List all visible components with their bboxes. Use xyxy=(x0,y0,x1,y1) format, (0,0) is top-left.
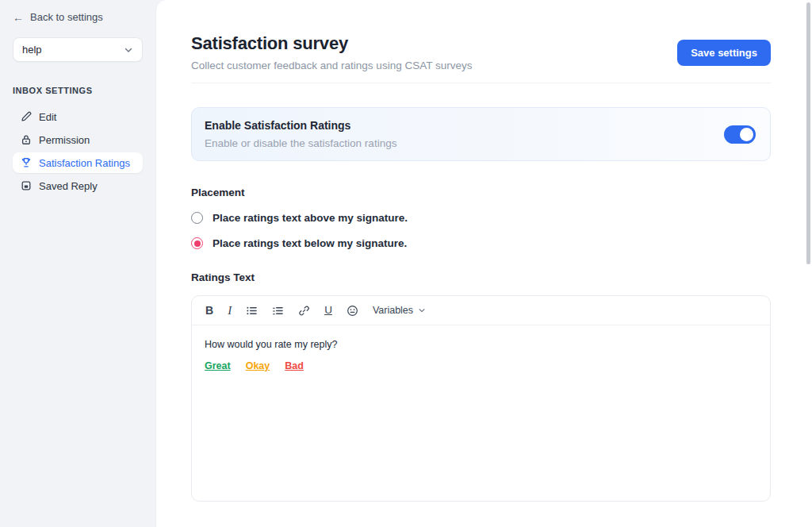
enable-card-title: Enable Satisfaction Ratings xyxy=(205,119,396,132)
vertical-scrollbar[interactable] xyxy=(806,2,810,264)
numbered-list-button[interactable] xyxy=(272,305,284,317)
trophy-icon xyxy=(21,157,32,168)
placement-option-above[interactable]: Place ratings text above my signature. xyxy=(191,212,771,224)
ratings-text-editor: B I U xyxy=(191,295,771,502)
sidebar-item-saved-reply[interactable]: Saved Reply xyxy=(13,175,143,196)
smiley-icon xyxy=(347,305,358,317)
chevron-down-icon xyxy=(124,45,133,55)
sidebar-item-label: Satisfaction Ratings xyxy=(39,157,130,169)
back-arrow-icon: ← xyxy=(13,12,24,23)
radio-unselected-icon[interactable] xyxy=(191,212,203,224)
link-button[interactable] xyxy=(298,305,310,317)
emoji-button[interactable] xyxy=(347,305,358,317)
numbered-list-icon xyxy=(272,305,284,317)
satisfaction-ratings-toggle[interactable] xyxy=(724,125,756,144)
enable-card-description: Enable or disable the satisfaction ratin… xyxy=(205,137,396,149)
lock-icon xyxy=(21,134,32,145)
saved-reply-icon xyxy=(21,180,32,191)
placement-option-label: Place ratings text below my signature. xyxy=(213,237,407,249)
bold-button[interactable]: B xyxy=(205,305,213,316)
back-to-settings-label: Back to settings xyxy=(30,11,103,23)
header-divider xyxy=(191,83,771,83)
rating-link-bad[interactable]: Bad xyxy=(285,360,304,371)
editor-toolbar: B I U xyxy=(192,296,770,325)
editor-text-line: How would you rate my reply? xyxy=(205,339,757,350)
sidebar-item-label: Saved Reply xyxy=(39,180,98,192)
enable-card-text: Enable Satisfaction Ratings Enable or di… xyxy=(205,119,396,149)
inbox-settings-section-label: INBOX SETTINGS xyxy=(13,86,143,95)
placement-option-label: Place ratings text above my signature. xyxy=(213,212,408,224)
page-header-text: Satisfaction survey Collect customer fee… xyxy=(191,33,472,71)
chevron-down-icon xyxy=(418,306,426,314)
save-settings-button[interactable]: Save settings xyxy=(677,40,771,66)
sidebar-item-label: Edit xyxy=(39,111,56,123)
bullet-list-button[interactable] xyxy=(246,305,258,317)
placement-option-below[interactable]: Place ratings text below my signature. xyxy=(191,237,771,249)
back-to-settings-link[interactable]: ← Back to settings xyxy=(13,10,143,25)
ratings-text-label: Ratings Text xyxy=(191,271,771,283)
app-window: ← Back to settings help INBOX SETTINGS E… xyxy=(0,0,812,527)
editor-content-area[interactable]: How would you rate my reply? Great Okay … xyxy=(192,325,770,385)
page-title: Satisfaction survey xyxy=(191,33,472,54)
link-icon xyxy=(298,305,310,317)
variables-label: Variables xyxy=(373,306,413,316)
enable-satisfaction-card: Enable Satisfaction Ratings Enable or di… xyxy=(191,107,771,161)
main-panel: Satisfaction survey Collect customer fee… xyxy=(155,0,812,527)
placement-label: Placement xyxy=(191,187,771,198)
bullet-list-icon xyxy=(246,305,258,317)
page-header: Satisfaction survey Collect customer fee… xyxy=(191,33,771,71)
italic-button[interactable]: I xyxy=(228,305,232,317)
pencil-icon xyxy=(21,111,32,122)
page-subtitle: Collect customer feedback and ratings us… xyxy=(191,60,472,71)
sidebar-item-label: Permission xyxy=(39,134,90,146)
sidebar-item-edit[interactable]: Edit xyxy=(13,106,143,127)
sidebar-nav: Edit Permission Satisfaction Ratings Sav… xyxy=(13,106,143,196)
inbox-selector-value: help xyxy=(22,44,42,56)
sidebar-item-satisfaction-ratings[interactable]: Satisfaction Ratings xyxy=(13,152,143,173)
radio-selected-icon[interactable] xyxy=(191,237,203,249)
variables-dropdown[interactable]: Variables xyxy=(373,306,426,316)
settings-sidebar: ← Back to settings help INBOX SETTINGS E… xyxy=(0,0,155,527)
rating-link-okay[interactable]: Okay xyxy=(246,360,270,371)
rating-links-row: Great Okay Bad xyxy=(205,360,757,371)
rating-link-great[interactable]: Great xyxy=(205,360,231,371)
sidebar-item-permission[interactable]: Permission xyxy=(13,129,143,150)
inbox-selector[interactable]: help xyxy=(13,37,143,62)
underline-button[interactable]: U xyxy=(324,305,332,316)
placement-group: Placement Place ratings text above my si… xyxy=(191,187,771,249)
